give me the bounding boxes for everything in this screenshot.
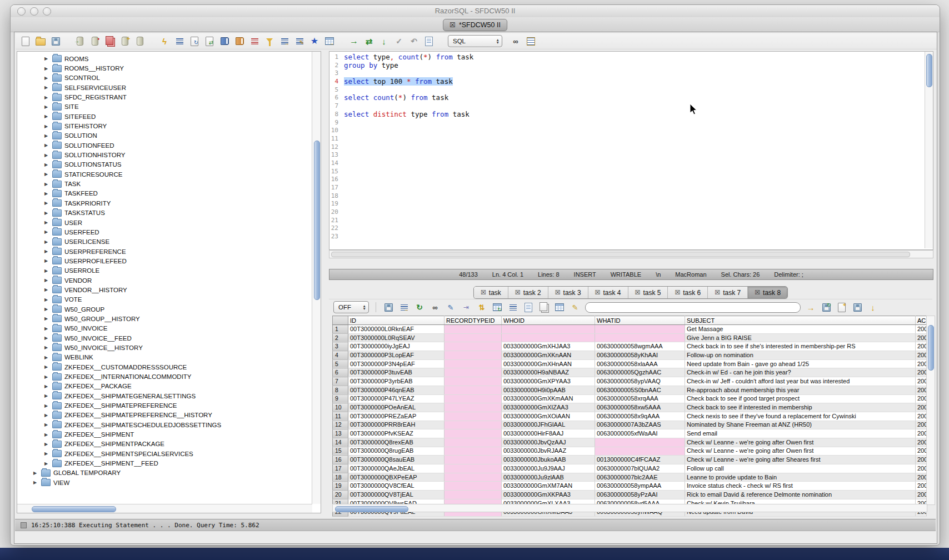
cell-recordtypeid[interactable]	[444, 421, 502, 429]
disclosure-triangle-icon[interactable]: ▶	[44, 451, 49, 456]
tab-close-icon[interactable]: ☒	[715, 289, 720, 296]
favorites-star-icon[interactable]: ★	[309, 36, 320, 47]
code-line[interactable]	[344, 208, 924, 217]
code-line[interactable]: select top 100 * from task	[344, 78, 924, 86]
disconnect-icon[interactable]: ●	[89, 36, 101, 47]
disclosure-triangle-icon[interactable]: ▶	[44, 153, 49, 158]
tree-item-w50-group-history[interactable]: ▶W50_GROUP__HISTORY	[17, 314, 312, 323]
cell-id[interactable]: 00T3000000L0RqSEAV	[348, 333, 444, 342]
code-line[interactable]	[344, 168, 924, 176]
save-file-icon[interactable]	[50, 36, 61, 47]
document-tab[interactable]: ☒ *SFDCW50 II	[443, 19, 507, 31]
cell-recordtypeid[interactable]	[444, 368, 502, 377]
tree-item-global-temporary[interactable]: ▶GLOBAL TEMPORARY	[17, 468, 312, 478]
cell-whatid[interactable]: 006300000058x9qAAA	[595, 412, 685, 421]
code-line[interactable]	[344, 184, 924, 192]
execute-down-icon[interactable]: ↓	[378, 36, 389, 47]
cell-id[interactable]: 00T3000000POeAnEAL	[348, 403, 444, 412]
cell-ac[interactable]: 200	[916, 456, 927, 464]
cell-ac[interactable]: 200	[916, 325, 927, 334]
tree-item-zkfedex-shipmategeneralsettings[interactable]: ▶ZKFEDEX__SHIPMATEGENERALSETTINGS	[17, 391, 312, 401]
row-number-cell[interactable]: 15	[333, 447, 348, 456]
result-tab-task[interactable]: ☒task	[474, 287, 508, 298]
cell-id[interactable]: 00T3000000P3LopEAF	[348, 351, 444, 360]
cell-recordtypeid[interactable]	[444, 403, 502, 412]
tree-item-zkfedex-shipment[interactable]: ▶ZKFEDEX__SHIPMENT	[17, 429, 312, 439]
cell-subject[interactable]: Check w/ Leanne - we're going after Owen…	[685, 438, 916, 447]
grid-corner-cell[interactable]	[333, 316, 348, 325]
disclosure-triangle-icon[interactable]: ▶	[44, 393, 49, 398]
cell-subject[interactable]: Check back in to see if she's interested…	[685, 342, 916, 351]
tree-item-vendor-history[interactable]: ▶VENDOR__HISTORY	[17, 285, 312, 294]
cell-recordtypeid[interactable]	[444, 342, 502, 351]
describe-list-icon[interactable]	[174, 36, 185, 47]
tab-close-icon[interactable]: ☒	[755, 289, 760, 296]
cell-whoid[interactable]	[502, 333, 595, 342]
row-number-cell[interactable]: 4	[333, 351, 348, 360]
find-glasses-icon[interactable]: ∞	[510, 36, 521, 47]
row-number-cell[interactable]: 1	[333, 325, 348, 334]
disclosure-triangle-icon[interactable]: ▶	[44, 278, 49, 283]
tree-vertical-scrollbar[interactable]	[312, 52, 321, 504]
disclosure-triangle-icon[interactable]: ▶	[33, 471, 38, 476]
tree-item-zkfedex-internationalcommodity[interactable]: ▶ZKFEDEX__INTERNATIONALCOMMODITY	[17, 372, 312, 381]
tree-item-vendor[interactable]: ▶VENDOR	[17, 276, 312, 285]
cell-id[interactable]: 00T3000000P3tuvEAB	[348, 368, 444, 377]
new-note-icon[interactable]: +	[836, 302, 847, 313]
cell-recordtypeid[interactable]	[444, 386, 502, 394]
cell-recordtypeid[interactable]	[444, 464, 502, 473]
code-line[interactable]: select distinct type from task	[344, 111, 924, 119]
tree-item-taskfeed[interactable]: ▶TASKFEED	[17, 189, 312, 198]
cell-whoid[interactable]: 0033000000GmXOiAAN	[502, 412, 595, 421]
tree-item-selfserviceuser[interactable]: ▶SELFSERVICEUSER	[17, 83, 312, 92]
cell-subject[interactable]: Check w/ Leanne - we're going after Shea…	[685, 456, 916, 464]
disclosure-triangle-icon[interactable]: ▶	[44, 287, 49, 292]
cell-whatid[interactable]: 00630000005QgzhAAC	[595, 368, 685, 377]
code-line[interactable]	[344, 135, 924, 143]
table-export-icon[interactable]: →	[324, 36, 335, 47]
code-line[interactable]: select count(*) from task	[344, 94, 924, 102]
editor-vscroll-thumb[interactable]	[926, 54, 932, 87]
cell-subject[interactable]: Check-in w/ Ed - can he join this year?	[685, 368, 916, 377]
cell-recordtypeid[interactable]	[444, 333, 502, 342]
tree-item-taskpriority[interactable]: ▶TASKPRIORITY	[17, 198, 312, 208]
cell-whatid[interactable]: 006300000058yPzAAI	[595, 491, 685, 499]
tree-horizontal-scrollbar[interactable]	[17, 504, 312, 513]
cell-whatid[interactable]: 006300000058xrqAAA	[595, 394, 685, 403]
cell-whatid[interactable]: 006300000058yKhAAI	[595, 351, 685, 360]
code-line[interactable]: select type, count(*) from task	[344, 53, 924, 62]
filter-icon[interactable]	[264, 36, 275, 47]
cell-subject[interactable]: Send email	[685, 429, 916, 438]
tree-item-user[interactable]: ▶USER	[17, 218, 312, 227]
disclosure-triangle-icon[interactable]: ▶	[44, 345, 49, 350]
cell-recordtypeid[interactable]	[444, 438, 502, 447]
code-line[interactable]	[344, 151, 924, 159]
cell-whatid[interactable]: 006300000058ypVAAQ	[595, 377, 685, 386]
editor-code[interactable]: select type, count(*) from taskgroup by …	[344, 53, 924, 241]
tab-close-icon[interactable]: ☒	[515, 289, 521, 296]
cell-ac[interactable]: 200	[916, 491, 927, 499]
cell-whoid[interactable]: 0033000000Ju9zlAAB	[502, 473, 595, 482]
tree-item-zkfedex-customaddresssource[interactable]: ▶ZKFEDEX__CUSTOMADDRESSSOURCE	[17, 362, 312, 372]
tree-item-zkfedex-shipmatepreference-history[interactable]: ▶ZKFEDEX__SHIPMATEPREFERENCE__HISTORY	[17, 411, 312, 420]
rollback-undo-icon[interactable]: ↶	[408, 36, 419, 47]
tree-item-view[interactable]: ▶VIEW	[17, 478, 312, 487]
cell-recordtypeid[interactable]	[444, 325, 502, 334]
cell-ac[interactable]: 200	[916, 438, 927, 447]
cell-ac[interactable]: 200	[916, 368, 927, 377]
new-file-icon[interactable]	[20, 36, 31, 47]
execute-arrow-icon[interactable]: →	[348, 36, 359, 47]
disclosure-triangle-icon[interactable]: ▶	[44, 239, 49, 244]
cell-whoid[interactable]: 0033000000JbvRJAAZ	[502, 447, 595, 456]
column-header-recordtypeid[interactable]: RECORDTYPEID	[444, 316, 502, 325]
cell-id[interactable]: 00T30000000iyJgEAJ	[348, 342, 444, 351]
export-table-icon[interactable]: ↻	[821, 302, 832, 313]
format-align2-icon[interactable]: →	[398, 302, 409, 313]
disclosure-triangle-icon[interactable]: ▶	[44, 124, 49, 129]
book-blue-icon[interactable]	[219, 36, 230, 47]
cell-recordtypeid[interactable]	[444, 429, 502, 438]
cell-recordtypeid[interactable]	[444, 351, 502, 360]
add-object-icon[interactable]: +	[119, 36, 131, 47]
tree-item-w50-invoice-history[interactable]: ▶W50_INVOICE__HISTORY	[17, 343, 312, 352]
cell-whatid[interactable]: 00630000007blc2AAE	[595, 473, 685, 482]
